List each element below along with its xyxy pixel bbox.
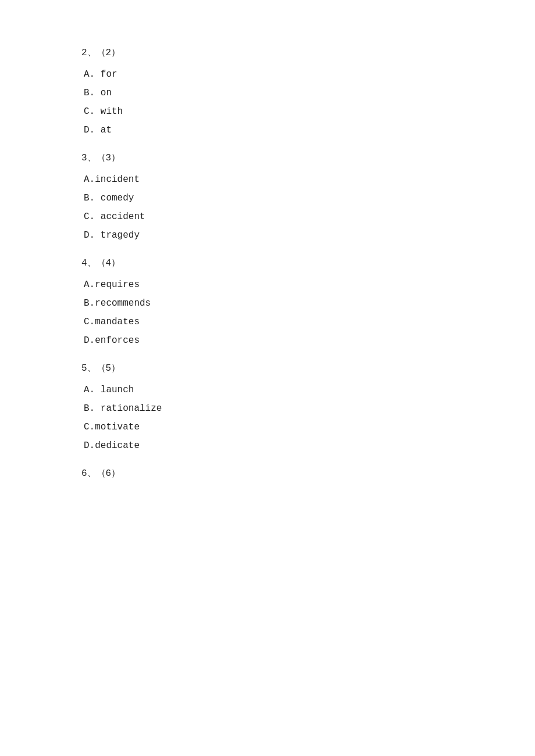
option-q3d[interactable]: D. tragedy xyxy=(81,230,454,241)
question-number-q4: 4、（4） xyxy=(81,257,454,269)
questions-container: 2、（2）A. forB. onC. withD. at3、（3）A.incid… xyxy=(81,46,454,479)
question-number-q5: 5、（5） xyxy=(81,362,454,374)
question-number-q2: 2、（2） xyxy=(81,46,454,59)
option-q3a[interactable]: A.incident xyxy=(81,174,454,185)
option-q5a[interactable]: A. launch xyxy=(81,385,454,395)
option-q2d[interactable]: D. at xyxy=(81,125,454,135)
option-q4d[interactable]: D.enforces xyxy=(81,335,454,346)
option-q2a[interactable]: A. for xyxy=(81,69,454,80)
question-block-q6: 6、（6） xyxy=(81,467,454,479)
question-block-q2: 2、（2）A. forB. onC. withD. at xyxy=(81,46,454,135)
option-q2b[interactable]: B. on xyxy=(81,88,454,98)
option-q3b[interactable]: B. comedy xyxy=(81,193,454,203)
option-q3c[interactable]: C. accident xyxy=(81,212,454,222)
question-block-q5: 5、（5）A. launchB. rationalizeC.motivateD.… xyxy=(81,362,454,451)
option-q5b[interactable]: B. rationalize xyxy=(81,403,454,414)
option-q4c[interactable]: C.mandates xyxy=(81,317,454,327)
option-q5d[interactable]: D.dedicate xyxy=(81,440,454,451)
question-number-q6: 6、（6） xyxy=(81,467,454,479)
option-q2c[interactable]: C. with xyxy=(81,106,454,117)
option-q4a[interactable]: A.requires xyxy=(81,280,454,290)
question-block-q4: 4、（4）A.requiresB.recommendsC.mandatesD.e… xyxy=(81,257,454,346)
question-block-q3: 3、（3）A.incidentB. comedyC. accidentD. tr… xyxy=(81,152,454,241)
question-number-q3: 3、（3） xyxy=(81,152,454,164)
option-q4b[interactable]: B.recommends xyxy=(81,298,454,309)
option-q5c[interactable]: C.motivate xyxy=(81,422,454,432)
